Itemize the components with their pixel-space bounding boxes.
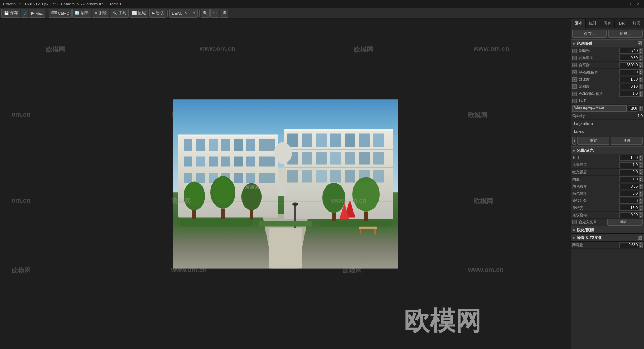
- tab-dr[interactable]: DR: [615, 19, 629, 28]
- value-green-magenta[interactable]: 0.0: [619, 69, 639, 75]
- beauty-dropdown[interactable]: BEAUTY ▼: [169, 9, 198, 18]
- spinner-up-rotation[interactable]: ▲: [639, 205, 643, 208]
- value-glare-intensity[interactable]: 0.0: [619, 169, 639, 175]
- spinner-up-streak-blur[interactable]: ▲: [639, 212, 643, 215]
- add-button[interactable]: +: [572, 137, 576, 145]
- lut-value[interactable]: 100: [628, 105, 638, 112]
- checkbox-aces[interactable]: ✓: [572, 92, 577, 96]
- lut-select[interactable]: Adanmq Aq... Vista: [572, 105, 627, 112]
- checkbox-contrast[interactable]: ✓: [572, 77, 577, 82]
- spinner-up-streak-count[interactable]: ▲: [639, 198, 643, 201]
- spinner-up-threshold[interactable]: ▲: [639, 176, 643, 179]
- checkbox-exposure[interactable]: ✓: [572, 49, 577, 53]
- lut-spinner-up[interactable]: ▲: [639, 106, 643, 108]
- value-contrast[interactable]: 1.50: [619, 77, 639, 82]
- spinner-up-white-balance[interactable]: ▲: [639, 62, 643, 65]
- value-rotation[interactable]: 15.0: [619, 205, 639, 211]
- viewport[interactable]: 欧模网 www.om.cn 欧模网 www.om.cn om.cn 欧模网 ww…: [0, 19, 571, 349]
- bloom-section[interactable]: ▶ 光晕/眩光: [571, 146, 644, 154]
- checkbox-simple-eye[interactable]: ✓: [572, 56, 577, 60]
- value-saturation[interactable]: 0.10: [619, 84, 639, 89]
- spinner-up-color-intensity[interactable]: ▲: [639, 184, 643, 186]
- value-color-offset[interactable]: 0.0: [619, 191, 639, 197]
- value-aces[interactable]: 1.0: [619, 91, 639, 97]
- section-checkbox[interactable]: ✓: [638, 41, 642, 45]
- spinner-down-size[interactable]: ▼: [639, 158, 643, 161]
- spinner-up-aces[interactable]: ▲: [639, 91, 643, 94]
- value-bloom-intensity[interactable]: 1.0: [619, 162, 639, 168]
- reset-button[interactable]: 重置: [577, 137, 609, 145]
- spinner-up-size[interactable]: ▲: [639, 155, 643, 158]
- denoiser-section[interactable]: ▶ 降噪 & TZ汉化 ✓: [571, 234, 644, 242]
- linear-row[interactable]: Linear: [571, 127, 644, 135]
- spinner-down-aces[interactable]: ▼: [639, 94, 643, 97]
- value-color-intensity[interactable]: 0.35: [619, 184, 639, 189]
- zoom-fit-button[interactable]: ⬚: [210, 9, 219, 18]
- value-simple-eye[interactable]: 0.80: [619, 55, 639, 61]
- spinner-down-saturation[interactable]: ▼: [639, 87, 643, 89]
- edit-bloom-button[interactable]: 编辑...: [607, 219, 643, 226]
- spinner-down-green-magenta[interactable]: ▼: [639, 72, 643, 75]
- spinner-down-white-balance[interactable]: ▼: [639, 65, 643, 68]
- spinner-up-glare-intensity[interactable]: ▲: [639, 169, 643, 172]
- spinner-down-exposure[interactable]: ▼: [639, 51, 643, 54]
- value-white-balance[interactable]: 6500.0: [619, 62, 639, 68]
- color-mapping-section[interactable]: ▶ 色调映射 ✓: [571, 39, 644, 47]
- value-threshold[interactable]: 1.0: [619, 176, 639, 182]
- spinner-down-threshold[interactable]: ▼: [639, 179, 643, 182]
- ctrl-c-button[interactable]: ⌨ Ctrl+C: [49, 9, 72, 18]
- save-panel-button[interactable]: 保存...: [572, 30, 607, 38]
- value-streak-blur[interactable]: 0.20: [619, 212, 639, 218]
- zoom-out-button[interactable]: 🔎: [220, 9, 228, 18]
- spinner-down-streak-blur[interactable]: ▼: [639, 215, 643, 218]
- maximize-button[interactable]: □: [627, 1, 633, 7]
- checkbox-custom-bloom[interactable]: [572, 220, 577, 224]
- preset-button[interactable]: 预设: [611, 137, 643, 145]
- checkbox-lut[interactable]: ✓: [572, 99, 577, 103]
- spinner-down-rotation[interactable]: ▼: [639, 208, 643, 211]
- checkbox-white-balance[interactable]: ✓: [572, 63, 577, 67]
- delete-button[interactable]: ✕ 删除: [92, 9, 109, 18]
- tab-lighting[interactable]: 灯照: [629, 19, 644, 28]
- value-noise-level[interactable]: 0.650: [619, 242, 639, 248]
- tab-properties[interactable]: 属性: [571, 19, 586, 28]
- spinner-down-color-offset[interactable]: ▼: [639, 194, 643, 197]
- logarithmic-row[interactable]: Logarithmic: [571, 120, 644, 127]
- spinner-down-contrast[interactable]: ▼: [639, 79, 643, 82]
- spinner-up-bloom-intensity[interactable]: ▲: [639, 162, 643, 165]
- spinner-up-saturation[interactable]: ▲: [639, 84, 643, 87]
- close-button[interactable]: ✕: [635, 1, 641, 7]
- spinner-up-simple-eye[interactable]: ▲: [639, 55, 643, 58]
- spinner-down-streak-count[interactable]: ▼: [639, 201, 643, 204]
- max-button[interactable]: ▶ Max: [29, 9, 45, 18]
- lut-spinner-down[interactable]: ▼: [639, 108, 643, 111]
- tab-statistics[interactable]: 统计: [586, 19, 600, 28]
- region-button[interactable]: ⬜ 区域: [130, 9, 148, 18]
- spinner-up-noise-level[interactable]: ▲: [639, 242, 643, 245]
- tab-history[interactable]: 历史: [600, 19, 615, 28]
- spinner-down-bloom-intensity[interactable]: ▼: [639, 165, 643, 168]
- value-streak-count[interactable]: 6: [619, 198, 639, 204]
- checkbox-saturation[interactable]: ✓: [572, 84, 577, 89]
- load-panel-button[interactable]: 加载...: [608, 30, 643, 38]
- action-button[interactable]: ▶ 动取: [149, 9, 166, 18]
- sharpen-section[interactable]: ▶ 锐化/模糊: [571, 226, 644, 234]
- spinner-up-color-offset[interactable]: ▲: [639, 191, 643, 194]
- spinner-up-exposure[interactable]: ▲: [639, 48, 643, 51]
- spinner-down-noise-level[interactable]: ▼: [639, 245, 643, 248]
- spinner-up-green-magenta[interactable]: ▲: [639, 69, 643, 72]
- denoiser-checkbox[interactable]: ✓: [638, 236, 642, 240]
- spinner-down-simple-eye[interactable]: ▼: [639, 58, 643, 61]
- minimize-button[interactable]: —: [618, 1, 624, 7]
- spinner-down-color-intensity[interactable]: ▼: [639, 186, 643, 189]
- value-exposure[interactable]: 0.740: [619, 48, 639, 54]
- spinner-up-contrast[interactable]: ▲: [639, 77, 643, 79]
- value-size[interactable]: 15.0: [619, 155, 639, 161]
- save-button[interactable]: 💾 保存: [1, 9, 20, 18]
- checkbox-green-magenta[interactable]: ✓: [572, 70, 577, 74]
- spinner-down-glare-intensity[interactable]: ▼: [639, 172, 643, 175]
- refresh-button[interactable]: 🔄 刷新: [72, 9, 91, 18]
- tools-button[interactable]: 🔧 工具: [110, 9, 129, 18]
- zoom-in-button[interactable]: 🔍: [201, 9, 210, 18]
- svg-rect-66: [364, 211, 368, 221]
